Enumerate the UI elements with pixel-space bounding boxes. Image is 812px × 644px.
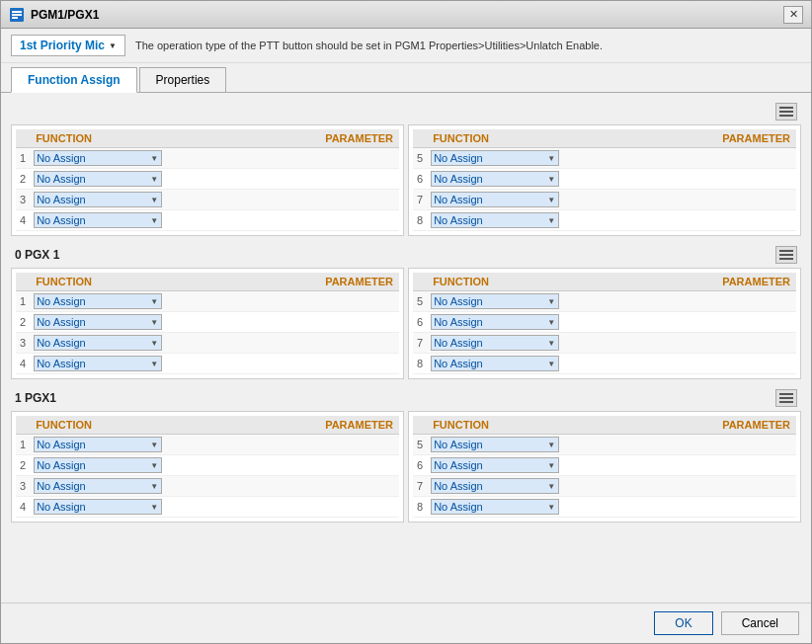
priority-mic-dropdown[interactable]: 1st Priority Mic ▼: [11, 35, 125, 56]
func-select-s2-l1[interactable]: No Assign: [34, 437, 162, 452]
func-header-right-2: FUNCTION: [427, 416, 716, 435]
table-row: 7 No Assign: [413, 333, 796, 354]
func-header-left-0: FUNCTION: [30, 129, 319, 148]
func-select-s2-r8[interactable]: No Assign: [431, 499, 559, 515]
func-select-s2-l2[interactable]: No Assign: [34, 457, 162, 473]
func-select-s1-r5[interactable]: No Assign: [431, 293, 559, 309]
func-select-s0-r6[interactable]: No Assign: [431, 171, 559, 187]
content-area: FUNCTION PARAMETER 1 No Assign: [1, 93, 811, 603]
section-2: 1 PGX1 FUNCTION PARAMETER: [11, 387, 801, 523]
tab-function-assign[interactable]: Function Assign: [11, 67, 137, 93]
dropdown-arrow-icon: ▼: [109, 41, 117, 50]
cancel-button[interactable]: Cancel: [721, 611, 799, 635]
section-2-label: 1 PGX1: [15, 391, 56, 405]
section-2-panels: FUNCTION PARAMETER 1 No Assign: [11, 411, 801, 523]
table-row: 8 No Assign: [413, 354, 796, 374]
section-1-right-panel: FUNCTION PARAMETER 5 No Assign: [408, 268, 801, 379]
table-row: 2 No Assign: [16, 455, 399, 476]
section-0-panels: FUNCTION PARAMETER 1 No Assign: [11, 124, 801, 236]
table-row: 4 No Assign: [16, 210, 399, 231]
table-row: 8 No Assign: [413, 210, 796, 231]
func-select-s1-l1[interactable]: No Assign: [34, 293, 162, 309]
table-row: 7 No Assign: [413, 190, 796, 210]
func-select-s0-r7[interactable]: No Assign: [431, 192, 559, 207]
table-row: 6 No Assign: [413, 455, 796, 476]
func-select-s0-l2[interactable]: No Assign: [34, 171, 162, 187]
func-select-s0-l4[interactable]: No Assign: [34, 212, 162, 228]
close-button[interactable]: ✕: [783, 6, 803, 24]
table-row: 2 No Assign: [16, 312, 399, 333]
table-row: 3 No Assign: [16, 333, 399, 354]
func-select-wrapper: No Assign: [34, 150, 162, 166]
window-title: PGM1/PGX1: [31, 8, 99, 22]
table-row: 6 No Assign: [413, 169, 796, 190]
section-0-menu-icon[interactable]: [775, 103, 797, 121]
func-select-s1-r6[interactable]: No Assign: [431, 314, 559, 330]
svg-rect-2: [12, 14, 22, 16]
func-select-s1-l4[interactable]: No Assign: [34, 356, 162, 371]
func-select-s0-r5[interactable]: No Assign: [431, 150, 559, 166]
func-header-left-1: FUNCTION: [30, 273, 319, 291]
section-2-left-panel: FUNCTION PARAMETER 1 No Assign: [11, 411, 404, 523]
section-2-menu-icon[interactable]: [775, 389, 797, 407]
svg-rect-3: [12, 17, 18, 19]
param-header-right-2: PARAMETER: [716, 416, 796, 435]
section-2-header: 1 PGX1: [11, 387, 801, 409]
table-row: 4 No Assign: [16, 497, 399, 518]
func-header-right-0: FUNCTION: [427, 129, 716, 148]
section-1-left-panel: FUNCTION PARAMETER 1 No Assign: [11, 268, 404, 379]
table-row: 3 No Assign: [16, 190, 399, 210]
section-0-header: [11, 101, 801, 122]
table-row: 5 No Assign: [413, 435, 796, 455]
tab-properties[interactable]: Properties: [139, 67, 227, 92]
func-select-s2-r6[interactable]: No Assign: [431, 457, 559, 473]
table-row: 8 No Assign: [413, 497, 796, 518]
func-select-s2-l4[interactable]: No Assign: [34, 499, 162, 515]
section-0-right-panel: FUNCTION PARAMETER 5 No Assign: [408, 124, 801, 236]
section-0-left-panel: FUNCTION PARAMETER 1 No Assign: [11, 124, 404, 236]
func-select-s1-l2[interactable]: No Assign: [34, 314, 162, 330]
table-row: 2 No Assign: [16, 169, 399, 190]
func-select-s2-r5[interactable]: No Assign: [431, 437, 559, 452]
section-2-right-panel: FUNCTION PARAMETER 5 No Assign: [408, 411, 801, 523]
table-row: 4 No Assign: [16, 354, 399, 374]
section-1-label: 0 PGX 1: [15, 248, 59, 262]
func-select-s1-l3[interactable]: No Assign: [34, 335, 162, 351]
main-window: PGM1/PGX1 ✕ 1st Priority Mic ▼ The opera…: [0, 0, 812, 644]
func-select-s2-r7[interactable]: No Assign: [431, 478, 559, 494]
toolbar: 1st Priority Mic ▼ The operation type of…: [1, 29, 811, 63]
table-row: 6 No Assign: [413, 312, 796, 333]
table-row: 3 No Assign: [16, 476, 399, 497]
param-header-left-2: PARAMETER: [319, 416, 399, 435]
table-row: 1 No Assign: [16, 148, 399, 169]
info-text: The operation type of the PTT button sho…: [135, 40, 603, 51]
table-row: 1 No Assign: [16, 291, 399, 312]
section-1-menu-icon[interactable]: [775, 246, 797, 264]
title-bar: PGM1/PGX1 ✕: [1, 1, 811, 29]
window-icon: [9, 7, 25, 23]
param-header-right-1: PARAMETER: [716, 273, 796, 291]
func-select-s0-r8[interactable]: No Assign: [431, 212, 559, 228]
func-header-right-1: FUNCTION: [427, 273, 716, 291]
footer: OK Cancel: [1, 603, 811, 643]
table-row: 5 No Assign: [413, 148, 796, 169]
section-0: FUNCTION PARAMETER 1 No Assign: [11, 101, 801, 236]
func-select-s1-r7[interactable]: No Assign: [431, 335, 559, 351]
param-header-right-0: PARAMETER: [716, 129, 796, 148]
param-header-left-0: PARAMETER: [319, 129, 399, 148]
ok-button[interactable]: OK: [654, 611, 712, 635]
table-row: 5 No Assign: [413, 291, 796, 312]
func-select-s0-l3[interactable]: No Assign: [34, 192, 162, 207]
table-row: 7 No Assign: [413, 476, 796, 497]
param-header-left-1: PARAMETER: [319, 273, 399, 291]
section-1: 0 PGX 1 FUNCTION PARAMETER: [11, 244, 801, 379]
func-select-s1-r8[interactable]: No Assign: [431, 356, 559, 371]
table-row: 1 No Assign: [16, 435, 399, 455]
tabs-bar: Function Assign Properties: [1, 63, 811, 93]
svg-rect-1: [12, 11, 22, 13]
func-select-s0-l1[interactable]: No Assign: [34, 150, 162, 166]
func-header-left-2: FUNCTION: [30, 416, 319, 435]
func-select-s2-l3[interactable]: No Assign: [34, 478, 162, 494]
section-1-panels: FUNCTION PARAMETER 1 No Assign: [11, 268, 801, 379]
section-1-header: 0 PGX 1: [11, 244, 801, 266]
